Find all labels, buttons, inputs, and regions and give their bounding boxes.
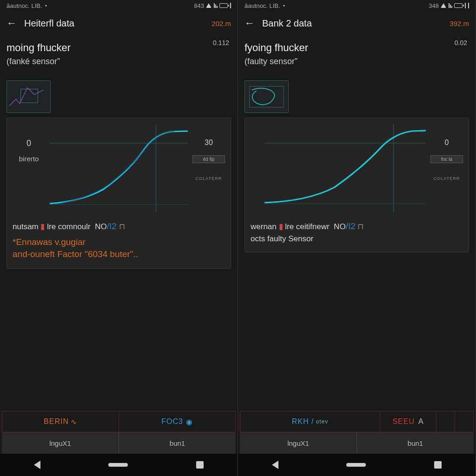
nav-back-icon[interactable] xyxy=(34,461,40,469)
nav-home-icon[interactable] xyxy=(108,463,128,467)
battery-icon xyxy=(219,3,228,8)
page-meta: 392.m xyxy=(450,20,469,27)
chart-right-axis: 30 éd fip COLATERR xyxy=(192,125,225,181)
mini-label: COLATERR xyxy=(430,176,463,181)
back-icon[interactable]: ← xyxy=(245,17,255,29)
mini-label: COLATERR xyxy=(192,176,225,181)
cell-icon xyxy=(448,2,452,9)
chart-left-axis: 0 birerto xyxy=(13,125,45,163)
warning-text: *Ennawas v.gugiar and-ouneft Factor "603… xyxy=(13,236,225,260)
top-value: 0.112 xyxy=(213,39,229,46)
extra-button-2[interactable] xyxy=(455,411,473,432)
page-title: Heiterfl data xyxy=(24,18,204,29)
content: 0.02 fyoing fhucker (faulty sensor” 0 xyxy=(238,35,476,476)
status-bar: ăautnoc. LIB.• 843 xyxy=(0,0,238,11)
heading: fyoing fhucker xyxy=(245,42,469,54)
action-rkh-button[interactable]: RKH /otev xyxy=(240,411,380,432)
card-caption-2: octs faulty Sensor xyxy=(251,234,463,244)
mini-badge[interactable]: éd fip xyxy=(192,155,225,163)
status-bar: ăautnoc. LIB.• 348 xyxy=(238,0,476,11)
sub-row: lnguX1 bun1 xyxy=(240,432,474,454)
top-value: 0.02 xyxy=(455,39,467,46)
carrier-label: ăautnoc. LIB. xyxy=(7,2,42,9)
signal-bar-icon xyxy=(230,3,231,8)
extra-buttons xyxy=(436,411,473,432)
app-bar: ← Heiterfl data 202.m xyxy=(0,11,238,35)
subheading: (faulty sensor” xyxy=(245,57,469,66)
clock-label: 348 xyxy=(429,2,439,9)
extra-button-1[interactable] xyxy=(436,411,455,432)
action-row: RKH /otev SEEUA xyxy=(240,411,474,432)
chart-plot[interactable] xyxy=(264,125,426,213)
app-bar: ← Bank 2 data 392.m xyxy=(238,11,476,35)
heading: moing fhucker xyxy=(7,42,231,54)
android-nav-bar xyxy=(0,454,238,476)
carrier-label: ăautnoc. LIB. xyxy=(245,2,280,9)
content: 0.112 moing fhucker (fanké sensor” 0 bir… xyxy=(0,35,238,476)
nav-home-icon[interactable] xyxy=(346,463,366,467)
card-caption: wernan ▮ lre ceitifnewr NO/I2 ⊓ xyxy=(251,221,463,231)
action-berin-button[interactable]: BERIN∿ xyxy=(2,411,119,432)
nav-back-icon[interactable] xyxy=(272,461,278,469)
android-nav-bar xyxy=(238,454,476,476)
axis-value-right: 0 xyxy=(430,139,463,147)
sensor-thumbnail[interactable] xyxy=(7,80,51,113)
back-icon[interactable]: ← xyxy=(7,17,17,29)
page-title: Bank 2 data xyxy=(262,18,442,29)
chart-card: 0 birerto 30 éd fip COLATERR xyxy=(7,118,231,269)
sub-row: lnguX1 bun1 xyxy=(2,432,236,454)
signal-bar-icon xyxy=(468,3,469,8)
subheading: (fanké sensor” xyxy=(7,57,231,66)
nav-recent-icon[interactable] xyxy=(434,461,442,469)
mini-badge[interactable]: foc la xyxy=(430,155,463,163)
clock-label: 843 xyxy=(194,2,204,9)
page-meta: 202.m xyxy=(212,20,231,27)
sensor-thumbnail[interactable] xyxy=(245,80,289,113)
chart-right-axis: 0 foc la COLATERR xyxy=(430,125,463,181)
subcell-b[interactable]: bun1 xyxy=(119,432,236,454)
subcell-a[interactable]: lnguX1 xyxy=(2,432,119,454)
action-row: BERIN∿ FOC3◉ xyxy=(2,411,236,432)
chart-plot[interactable] xyxy=(50,125,188,213)
action-seeu-button[interactable]: SEEUA xyxy=(380,411,436,432)
wifi-icon xyxy=(206,3,212,8)
subcell-b[interactable]: bun1 xyxy=(357,432,474,454)
nav-recent-icon[interactable] xyxy=(196,461,204,469)
axis-value: 0 xyxy=(13,139,45,148)
subcell-a[interactable]: lnguX1 xyxy=(240,432,357,454)
pane-right: ăautnoc. LIB.• 348 ← Bank 2 data 392.m 0… xyxy=(238,0,476,476)
action-foc-button[interactable]: FOC3◉ xyxy=(119,411,235,432)
signal-bar-icon xyxy=(465,3,466,8)
chart-card: 0 foc la COLATERR wernan ▮ lre ceitifnew… xyxy=(245,118,469,252)
card-caption: nutsam ▮ lre comnoulr NO/I2 ⊓ xyxy=(13,221,225,231)
wifi-icon xyxy=(441,3,446,8)
axis-value-right: 30 xyxy=(192,139,225,147)
cell-icon xyxy=(213,2,218,9)
axis-label: birerto xyxy=(13,155,45,163)
pane-left: ăautnoc. LIB.• 843 ← Heiterfl data 202.m… xyxy=(0,0,238,476)
battery-icon xyxy=(454,3,463,8)
